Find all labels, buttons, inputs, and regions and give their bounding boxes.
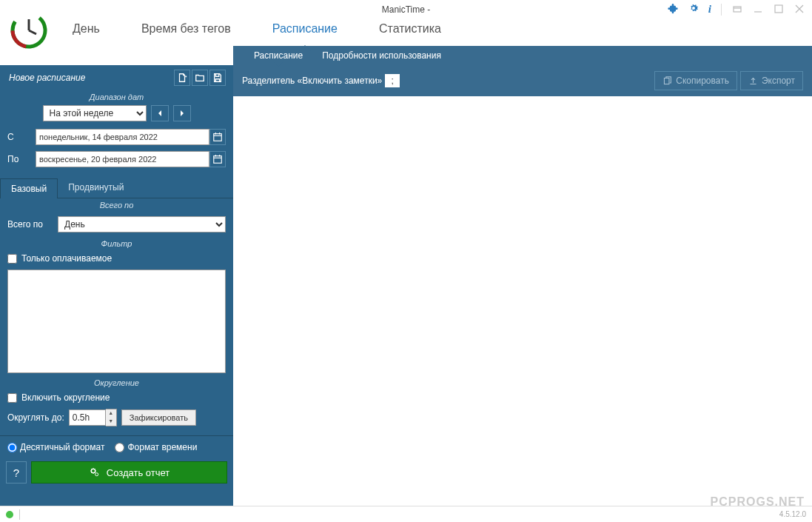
close-icon[interactable] [791,4,808,16]
range-next-button[interactable] [173,105,191,121]
billable-only-row: Только оплачиваемое [0,250,233,267]
rounding-section-label: Округление [0,376,233,389]
tab-statistics[interactable]: Статистика [358,19,462,39]
window-title: ManicTime - [382,4,431,15]
totals-select[interactable]: День [58,216,226,232]
minimize-icon[interactable] [750,4,766,16]
sidebar-title: Новое расписание [9,73,85,83]
compact-icon[interactable] [729,4,745,16]
enable-rounding-row: Включить округление [0,389,233,406]
sidebar-subtabs: Базовый Продвинутый [0,178,233,198]
sidebar-header-actions [174,70,226,86]
status-dot-icon [6,511,13,518]
date-range-section-label: Диапазон дат [0,90,233,104]
from-calendar-icon[interactable] [209,129,226,145]
to-date-input[interactable] [36,151,209,167]
export-button[interactable]: Экспорт [740,71,803,90]
filter-section-label: Фильтр [0,237,233,250]
top-navigation: День Время без тегов Расписание Статисти… [0,19,812,46]
status-separator [19,509,20,520]
copy-label: Скопировать [676,76,729,86]
svg-rect-3 [775,5,782,13]
fix-button[interactable]: Зафиксировать [121,409,196,426]
content-area: Разделитель «Включить заметки» Скопирова… [233,65,812,506]
from-label: С [7,132,30,142]
copy-button[interactable]: Скопировать [654,71,737,90]
sidebar-header: Новое расписание [0,65,233,90]
tab-schedule[interactable]: Расписание [252,19,358,39]
titlebar: ManicTime - i [0,0,812,19]
separator-input[interactable] [385,74,400,87]
totals-section-label: Всего по [0,198,233,212]
range-prev-button[interactable] [151,105,169,121]
separator [721,4,722,16]
create-report-button[interactable]: Создать отчет [31,461,227,483]
to-date-row: По [0,148,233,170]
svg-rect-8 [214,134,222,141]
svg-rect-12 [214,156,222,164]
svg-rect-18 [665,78,670,84]
create-report-label: Создать отчет [107,467,170,478]
round-to-row: Округлять до: ▲ ▼ Зафиксировать [0,406,233,429]
separator-label: Разделитель «Включить заметки» [242,76,382,86]
totals-label: Всего по [7,219,52,230]
statusbar: 4.5.12.0 [0,506,812,522]
sidebar: Новое расписание Диапазон дат На этой не… [0,65,233,506]
subtab-advanced[interactable]: Продвинутый [58,178,134,198]
billable-only-label: Только оплачиваемое [21,253,112,264]
round-to-label: Округлять до: [7,412,64,423]
help-button[interactable]: ? [6,461,27,483]
format-row: Десятичный формат Формат времени [0,435,233,458]
time-format-radio[interactable] [115,443,124,452]
sub-navigation: Расписание Подробности использования [233,46,812,65]
totals-row: Всего по День [0,212,233,237]
maximize-icon[interactable] [771,4,787,16]
upload-icon [748,76,758,86]
puzzle-icon[interactable] [665,2,681,16]
subtab-basic[interactable]: Базовый [0,178,58,198]
open-folder-icon[interactable] [192,70,208,86]
titlebar-controls: i [665,2,808,16]
sidebar-bottom-row: ? Создать отчет [0,458,233,489]
new-file-icon[interactable] [174,70,190,86]
gears-icon [89,466,101,478]
to-calendar-icon[interactable] [209,151,226,167]
range-preset-select[interactable]: На этой неделе [43,105,147,121]
version-label: 4.5.12.0 [779,510,806,518]
tab-untagged[interactable]: Время без тегов [121,19,252,39]
app-logo-icon [10,12,47,49]
gear-icon[interactable] [685,2,702,16]
round-spinner: ▲ ▼ [106,409,117,426]
range-preset-row: На этой неделе [0,104,233,126]
svg-point-17 [95,473,98,476]
copy-icon [662,76,672,86]
enable-rounding-label: Включить округление [21,392,110,403]
filter-listbox[interactable] [7,270,226,373]
spin-down-icon[interactable]: ▼ [106,418,116,426]
decimal-format-radio[interactable] [7,443,17,452]
round-value-input[interactable] [69,409,106,426]
export-label: Экспорт [762,76,795,86]
time-format-label: Формат времени [127,442,197,452]
save-icon[interactable] [209,70,226,86]
from-date-input[interactable] [36,129,209,145]
subtab-schedule[interactable]: Расписание [251,50,306,61]
from-date-row: С [0,126,233,148]
content-toolbar: Разделитель «Включить заметки» Скопирова… [233,65,812,96]
subtab-usage-details[interactable]: Подробности использования [319,50,444,61]
watermark: PCPROGS.NET [711,495,805,509]
spin-up-icon[interactable]: ▲ [106,409,116,418]
enable-rounding-checkbox[interactable] [7,393,17,403]
tab-day[interactable]: День [52,19,121,39]
info-icon[interactable]: i [706,3,714,16]
billable-only-checkbox[interactable] [7,254,17,264]
decimal-format-label: Десятичный формат [20,442,104,452]
content-body [233,96,812,506]
main-area: Новое расписание Диапазон дат На этой не… [0,65,812,506]
svg-rect-0 [734,7,741,12]
svg-point-16 [91,469,95,472]
to-label: По [7,154,30,164]
